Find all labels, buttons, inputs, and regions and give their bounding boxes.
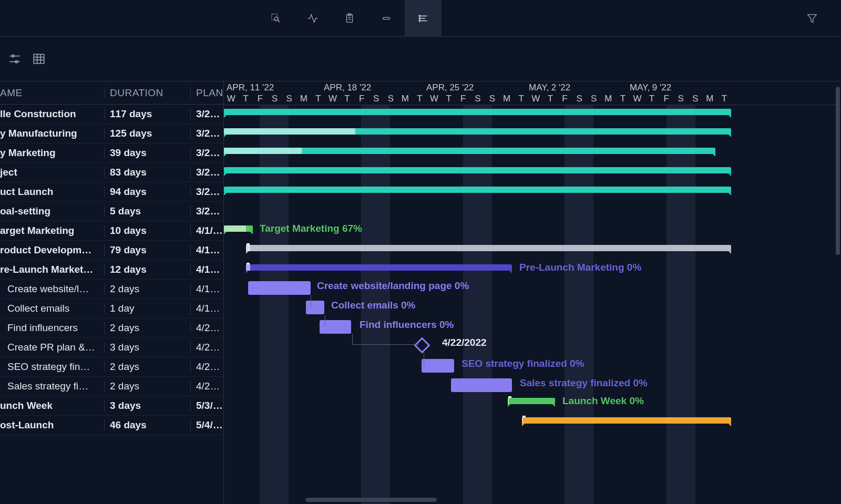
vertical-scrollbar[interactable] <box>836 87 840 255</box>
dependency-line <box>352 334 353 344</box>
col-header-duration[interactable]: DURATION <box>104 87 190 99</box>
cell-name: lle Construction <box>0 108 104 120</box>
gantt-bar[interactable] <box>451 378 512 392</box>
day-letter: F <box>558 94 572 105</box>
week-label: APR, 25 '22 <box>426 83 474 93</box>
svg-rect-7 <box>383 17 390 19</box>
cell-duration: 2 days <box>104 361 190 373</box>
day-letter: S <box>572 94 587 105</box>
cell-name: Find influencers <box>0 322 104 334</box>
cell-name: roduct Developm… <box>0 244 104 256</box>
cell-planned: 3/25/2 <box>190 186 223 198</box>
gantt-bar[interactable] <box>246 245 731 251</box>
table-row[interactable]: arget Marketing10 days4/1/20 <box>0 221 223 241</box>
cell-duration: 79 days <box>104 244 190 256</box>
gantt-bar[interactable] <box>224 225 253 232</box>
day-letter: F <box>253 94 268 105</box>
table-row[interactable]: Create website/l…2 days4/15/2 <box>0 280 223 299</box>
task-table: AME DURATION PLANN lle Construction117 d… <box>0 81 224 504</box>
day-letter: F <box>659 94 674 105</box>
gantt-view-button[interactable] <box>405 0 442 37</box>
milestone[interactable] <box>414 337 430 353</box>
gantt-bar[interactable] <box>224 148 715 154</box>
bar-label: Target Marketing 67% <box>260 223 362 234</box>
day-letter: T <box>644 94 659 105</box>
gantt-bar[interactable] <box>306 301 324 314</box>
day-letter: W <box>427 94 442 105</box>
cell-planned: 4/1/20 <box>190 225 223 236</box>
table-row[interactable]: lle Construction117 days3/22/2 <box>0 105 223 124</box>
day-letter: T <box>514 94 529 105</box>
clipboard-button[interactable] <box>331 0 368 37</box>
day-letter: F <box>354 94 369 105</box>
gantt-bar[interactable] <box>422 359 454 373</box>
day-letter: M <box>601 94 616 105</box>
table-row[interactable]: re-Launch Market…12 days4/15/2 <box>0 260 223 280</box>
table-row[interactable]: uct Launch94 days3/25/2 <box>0 182 223 202</box>
bar-label: Pre-Launch Marketing 0% <box>519 262 641 273</box>
table-row[interactable]: Find influencers2 days4/20/2 <box>0 318 223 338</box>
filter-button[interactable] <box>794 0 830 37</box>
gantt-bar[interactable] <box>224 167 731 173</box>
cell-planned: 4/15/2 <box>190 244 223 256</box>
svg-point-10 <box>419 17 420 19</box>
settings-sliders-button[interactable] <box>7 52 22 66</box>
table-row[interactable]: SEO strategy fin…2 days4/27/2 <box>0 357 223 377</box>
day-letter: S <box>688 94 703 105</box>
day-letter: M <box>499 94 514 105</box>
cell-planned: 3/24/2 <box>190 167 223 178</box>
cell-name: unch Week <box>0 400 104 412</box>
table-row[interactable]: ject83 days3/24/2 <box>0 163 223 182</box>
cell-duration: 83 days <box>104 167 190 178</box>
gantt-bar[interactable] <box>522 417 731 424</box>
gantt-bar[interactable] <box>248 281 311 295</box>
col-header-name[interactable]: AME <box>0 87 104 99</box>
table-row[interactable]: Collect emails1 day4/19/2 <box>0 299 223 318</box>
cell-duration: 2 days <box>104 283 190 295</box>
table-view-button[interactable] <box>32 52 46 66</box>
day-letters: WTFSSMTWTFSSMTWTFSSMTWTFSSMTWTFSSMT <box>224 94 841 105</box>
day-letter: M <box>703 94 717 105</box>
day-letter: S <box>268 94 282 105</box>
table-row[interactable]: ost-Launch46 days5/4/20 <box>0 416 223 435</box>
gantt-bar[interactable] <box>246 264 512 271</box>
cell-planned: 5/4/20 <box>190 419 223 431</box>
table-row[interactable]: roduct Developm…79 days4/15/2 <box>0 241 223 260</box>
gantt-bar[interactable] <box>508 398 555 404</box>
column-resize-handle[interactable] <box>445 339 449 347</box>
table-row[interactable]: y Marketing39 days3/23/2 <box>0 143 223 163</box>
table-row[interactable]: Sales strategy fi…2 days4/29/2 <box>0 377 223 396</box>
cell-name: Collect emails <box>0 303 104 314</box>
activity-button[interactable] <box>294 0 331 37</box>
cell-duration: 12 days <box>104 264 190 275</box>
table-row[interactable]: oal-setting5 days3/25/2 <box>0 202 223 221</box>
col-header-planned[interactable]: PLANN <box>190 87 223 99</box>
gantt-bar[interactable] <box>224 109 731 115</box>
day-letter: T <box>413 94 427 105</box>
week-label: APR, 18 '22 <box>324 83 371 93</box>
gantt-bar[interactable] <box>224 187 731 193</box>
timeline-header[interactable]: APR, 11 '22APR, 18 '22APR, 25 '22MAY, 2 … <box>224 81 841 105</box>
gantt-bar[interactable] <box>320 320 351 334</box>
day-letter: S <box>673 94 688 105</box>
table-row[interactable]: unch Week3 days5/3/20 <box>0 396 223 416</box>
cell-duration: 94 days <box>104 186 190 198</box>
table-row[interactable]: y Manufacturing125 days3/22/2 <box>0 124 223 143</box>
table-header: AME DURATION PLANN <box>0 81 223 105</box>
gantt-bar[interactable] <box>224 128 731 135</box>
day-letter: S <box>587 94 601 105</box>
day-letter: S <box>470 94 485 105</box>
horizontal-scrollbar[interactable] <box>305 498 437 502</box>
table-row[interactable]: Create PR plan &…3 days4/22/2 <box>0 338 223 357</box>
zoom-fit-button[interactable] <box>258 0 294 37</box>
top-toolbar <box>0 0 841 37</box>
cell-name: uct Launch <box>0 186 104 198</box>
cell-name: SEO strategy fin… <box>0 361 104 373</box>
cell-planned: 4/22/2 <box>190 342 223 353</box>
cell-name: Create PR plan &… <box>0 342 104 353</box>
cell-duration: 2 days <box>104 380 190 392</box>
day-letter: M <box>296 94 311 105</box>
gantt-chart[interactable]: APR, 11 '22APR, 18 '22APR, 25 '22MAY, 2 … <box>224 81 841 504</box>
week-label: MAY, 2 '22 <box>529 83 570 93</box>
collapse-button[interactable] <box>368 0 405 37</box>
